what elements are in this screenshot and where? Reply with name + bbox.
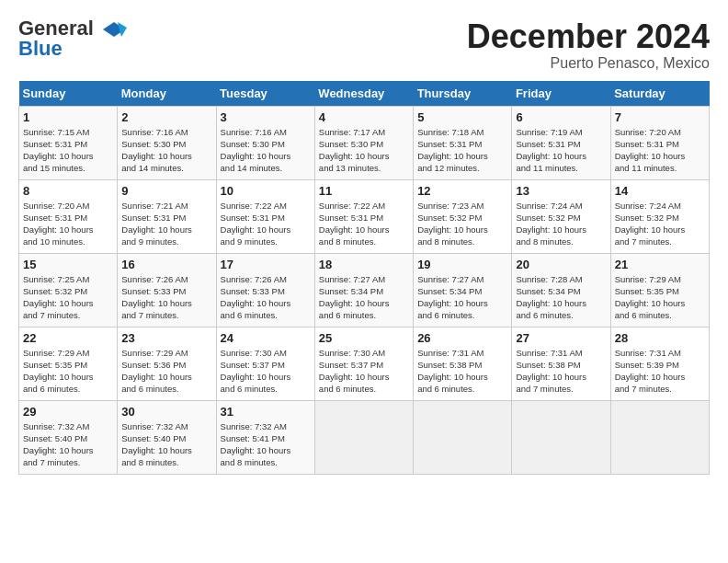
logo: General Blue [18, 18, 127, 61]
calendar-cell: 28Sunrise: 7:31 AM Sunset: 5:39 PM Dayli… [610, 327, 709, 400]
calendar-cell: 26Sunrise: 7:31 AM Sunset: 5:38 PM Dayli… [414, 327, 512, 400]
day-number: 18 [319, 258, 409, 271]
day-info: Sunrise: 7:27 AM Sunset: 5:34 PM Dayligh… [319, 273, 409, 322]
page-header: General Blue December 2024 Puerto Penasc… [18, 18, 710, 72]
calendar-cell: 27Sunrise: 7:31 AM Sunset: 5:38 PM Dayli… [512, 327, 610, 400]
weekday-header-saturday: Saturday [610, 81, 709, 107]
day-info: Sunrise: 7:31 AM Sunset: 5:38 PM Dayligh… [516, 347, 606, 396]
calendar-week-row: 15Sunrise: 7:25 AM Sunset: 5:32 PM Dayli… [19, 253, 710, 327]
calendar-cell: 23Sunrise: 7:29 AM Sunset: 5:36 PM Dayli… [118, 327, 216, 400]
weekday-header-wednesday: Wednesday [314, 81, 413, 107]
day-number: 3 [221, 110, 311, 124]
logo-icon [101, 20, 127, 39]
calendar-cell: 31Sunrise: 7:32 AM Sunset: 5:41 PM Dayli… [216, 400, 314, 474]
day-number: 23 [121, 331, 211, 345]
logo-text: General [18, 18, 127, 39]
calendar-cell [314, 400, 413, 474]
calendar-cell: 9Sunrise: 7:21 AM Sunset: 5:31 PM Daylig… [118, 179, 216, 253]
weekday-header-row: SundayMondayTuesdayWednesdayThursdayFrid… [19, 81, 710, 107]
day-number: 2 [121, 110, 211, 124]
calendar-cell: 12Sunrise: 7:23 AM Sunset: 5:32 PM Dayli… [414, 179, 512, 253]
day-info: Sunrise: 7:32 AM Sunset: 5:40 PM Dayligh… [23, 420, 113, 469]
calendar-cell: 25Sunrise: 7:30 AM Sunset: 5:37 PM Dayli… [314, 327, 413, 400]
day-info: Sunrise: 7:22 AM Sunset: 5:31 PM Dayligh… [319, 200, 409, 248]
day-info: Sunrise: 7:32 AM Sunset: 5:40 PM Dayligh… [121, 420, 211, 469]
day-number: 14 [615, 184, 705, 198]
day-number: 12 [417, 184, 507, 198]
logo-blue: Blue [18, 37, 63, 61]
day-info: Sunrise: 7:24 AM Sunset: 5:32 PM Dayligh… [516, 200, 606, 248]
day-info: Sunrise: 7:29 AM Sunset: 5:35 PM Dayligh… [23, 347, 113, 396]
day-number: 19 [417, 258, 507, 271]
calendar-cell [610, 400, 709, 474]
calendar-cell: 29Sunrise: 7:32 AM Sunset: 5:40 PM Dayli… [19, 400, 118, 474]
day-info: Sunrise: 7:25 AM Sunset: 5:32 PM Dayligh… [23, 273, 113, 322]
day-number: 5 [417, 110, 507, 124]
day-info: Sunrise: 7:19 AM Sunset: 5:31 PM Dayligh… [516, 126, 606, 175]
day-number: 1 [23, 110, 113, 124]
day-info: Sunrise: 7:31 AM Sunset: 5:39 PM Dayligh… [615, 347, 705, 396]
calendar-cell: 21Sunrise: 7:29 AM Sunset: 5:35 PM Dayli… [610, 253, 709, 327]
calendar-cell: 8Sunrise: 7:20 AM Sunset: 5:31 PM Daylig… [19, 179, 118, 253]
day-number: 21 [615, 258, 705, 271]
day-number: 20 [516, 258, 606, 271]
calendar-cell: 14Sunrise: 7:24 AM Sunset: 5:32 PM Dayli… [610, 179, 709, 253]
day-info: Sunrise: 7:26 AM Sunset: 5:33 PM Dayligh… [221, 273, 311, 322]
day-info: Sunrise: 7:30 AM Sunset: 5:37 PM Dayligh… [221, 347, 311, 396]
weekday-header-friday: Friday [512, 81, 610, 107]
calendar-cell: 10Sunrise: 7:22 AM Sunset: 5:31 PM Dayli… [216, 179, 314, 253]
calendar-cell: 2Sunrise: 7:16 AM Sunset: 5:30 PM Daylig… [118, 106, 216, 179]
day-info: Sunrise: 7:24 AM Sunset: 5:32 PM Dayligh… [615, 200, 705, 248]
day-info: Sunrise: 7:18 AM Sunset: 5:31 PM Dayligh… [417, 126, 507, 175]
day-number: 4 [319, 110, 409, 124]
calendar-cell: 16Sunrise: 7:26 AM Sunset: 5:33 PM Dayli… [118, 253, 216, 327]
weekday-header-monday: Monday [118, 81, 216, 107]
day-number: 28 [615, 331, 705, 345]
calendar-cell: 5Sunrise: 7:18 AM Sunset: 5:31 PM Daylig… [414, 106, 512, 179]
day-number: 7 [615, 110, 705, 124]
day-info: Sunrise: 7:23 AM Sunset: 5:32 PM Dayligh… [417, 200, 507, 248]
day-number: 17 [221, 258, 311, 271]
day-info: Sunrise: 7:22 AM Sunset: 5:31 PM Dayligh… [221, 200, 311, 248]
day-number: 13 [516, 184, 606, 198]
calendar-week-row: 29Sunrise: 7:32 AM Sunset: 5:40 PM Dayli… [19, 400, 710, 474]
calendar-cell: 15Sunrise: 7:25 AM Sunset: 5:32 PM Dayli… [19, 253, 118, 327]
day-number: 8 [23, 184, 113, 198]
calendar-cell: 1Sunrise: 7:15 AM Sunset: 5:31 PM Daylig… [19, 106, 118, 179]
day-number: 31 [221, 405, 311, 419]
day-number: 9 [121, 184, 211, 198]
day-info: Sunrise: 7:20 AM Sunset: 5:31 PM Dayligh… [615, 126, 705, 175]
calendar-cell: 22Sunrise: 7:29 AM Sunset: 5:35 PM Dayli… [19, 327, 118, 400]
calendar-cell: 7Sunrise: 7:20 AM Sunset: 5:31 PM Daylig… [610, 106, 709, 179]
day-info: Sunrise: 7:16 AM Sunset: 5:30 PM Dayligh… [121, 126, 211, 175]
calendar-week-row: 22Sunrise: 7:29 AM Sunset: 5:35 PM Dayli… [19, 327, 710, 400]
calendar-cell: 13Sunrise: 7:24 AM Sunset: 5:32 PM Dayli… [512, 179, 610, 253]
calendar-week-row: 8Sunrise: 7:20 AM Sunset: 5:31 PM Daylig… [19, 179, 710, 253]
day-number: 16 [121, 258, 211, 271]
day-info: Sunrise: 7:28 AM Sunset: 5:34 PM Dayligh… [516, 273, 606, 322]
calendar-cell: 18Sunrise: 7:27 AM Sunset: 5:34 PM Dayli… [314, 253, 413, 327]
location: Puerto Penasco, Mexico [467, 55, 710, 72]
weekday-header-sunday: Sunday [19, 81, 118, 107]
calendar-table: SundayMondayTuesdayWednesdayThursdayFrid… [18, 81, 710, 475]
weekday-header-thursday: Thursday [414, 81, 512, 107]
day-number: 10 [221, 184, 311, 198]
calendar-cell: 11Sunrise: 7:22 AM Sunset: 5:31 PM Dayli… [314, 179, 413, 253]
day-info: Sunrise: 7:32 AM Sunset: 5:41 PM Dayligh… [221, 420, 311, 469]
calendar-cell: 6Sunrise: 7:19 AM Sunset: 5:31 PM Daylig… [512, 106, 610, 179]
calendar-cell: 24Sunrise: 7:30 AM Sunset: 5:37 PM Dayli… [216, 327, 314, 400]
day-info: Sunrise: 7:21 AM Sunset: 5:31 PM Dayligh… [121, 200, 211, 248]
day-number: 29 [23, 405, 113, 419]
day-number: 22 [23, 331, 113, 345]
calendar-cell: 19Sunrise: 7:27 AM Sunset: 5:34 PM Dayli… [414, 253, 512, 327]
day-info: Sunrise: 7:29 AM Sunset: 5:36 PM Dayligh… [121, 347, 211, 396]
day-info: Sunrise: 7:27 AM Sunset: 5:34 PM Dayligh… [417, 273, 507, 322]
calendar-cell [512, 400, 610, 474]
month-title: December 2024 [467, 18, 710, 55]
title-block: December 2024 Puerto Penasco, Mexico [467, 18, 710, 72]
day-info: Sunrise: 7:26 AM Sunset: 5:33 PM Dayligh… [121, 273, 211, 322]
day-number: 24 [221, 331, 311, 345]
day-number: 27 [516, 331, 606, 345]
day-info: Sunrise: 7:20 AM Sunset: 5:31 PM Dayligh… [23, 200, 113, 248]
day-info: Sunrise: 7:16 AM Sunset: 5:30 PM Dayligh… [221, 126, 311, 175]
